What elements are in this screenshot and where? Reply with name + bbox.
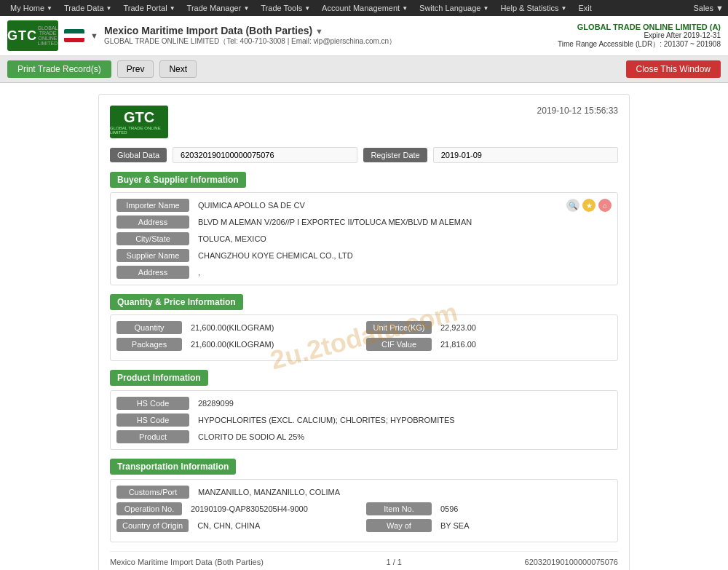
record-datetime: 2019-10-12 15:56:33 (537, 106, 618, 116)
sales-label: Sales ▼ (694, 4, 724, 12)
chevron-down-icon: ▼ (243, 5, 249, 12)
chevron-down-icon: ▼ (106, 5, 112, 12)
cif-value-label: CIF Value (366, 338, 432, 351)
address-value-2: , (194, 266, 612, 279)
quantity-price-content: Quantity 21,600.00(KILOGRAM) Unit Price(… (110, 314, 618, 361)
cif-value-right: CIF Value 21,816.00 (366, 338, 612, 351)
packages-left: Packages 21,600.00(KILOGRAM) (116, 338, 362, 351)
chevron-down-icon: ▼ (483, 5, 488, 12)
transportation-section: Transportation Information Customs/Port … (110, 459, 618, 542)
country-origin-value: CN, CHN, CHINA (193, 519, 362, 532)
print-button[interactable]: Print Trade Record(s) (7, 60, 111, 78)
quantity-label: Quantity (116, 321, 182, 334)
nav-trade-data[interactable]: Trade Data ▼ (58, 0, 118, 16)
buyer-supplier-content: Importer Name QUIMICA APOLLO SA DE CV 🔍 … (110, 192, 618, 285)
global-data-label: Global Data (110, 148, 167, 162)
city-state-value: TOLUCA, MEXICO (194, 232, 612, 245)
nav-trade-tools[interactable]: Trade Tools ▼ (255, 0, 316, 16)
operation-label: Operation No. (116, 502, 182, 515)
product-label: Product (116, 430, 189, 443)
chevron-down-icon: ▼ (561, 5, 566, 12)
supplier-name-label: Supplier Name (116, 249, 189, 262)
nav-help-statistics[interactable]: Help & Statistics ▼ (494, 0, 572, 16)
page-title: Mexico Maritime Import Data (Both Partie… (104, 25, 396, 36)
flag-dropdown[interactable]: ▼ (90, 31, 98, 40)
product-content: HS Code 28289099 HS Code HYPOCHLORITES (… (110, 390, 618, 450)
customs-port-row: Customs/Port MANZANILLO, MANZANILLO, COL… (116, 486, 612, 499)
city-state-row: City/State TOLUCA, MEXICO (116, 232, 612, 245)
title-dropdown-icon[interactable]: ▼ (315, 27, 323, 36)
unit-price-label: Unit Price(KG) (366, 321, 432, 334)
nav-exit[interactable]: Exit (572, 0, 597, 16)
card-logo-text: GTC (124, 109, 154, 126)
card-footer: Mexico Maritime Import Data (Both Partie… (110, 551, 618, 566)
star-icon[interactable]: ★ (582, 199, 596, 212)
card-logo: GTC GLOBAL TRADE ONLINE LIMITED (110, 106, 168, 138)
country-origin-row: Country of Origin CN, CHN, CHINA Way of … (116, 519, 612, 532)
item-no-right: Item No. 0596 (366, 502, 612, 515)
importer-name-value: QUIMICA APOLLO SA DE CV (194, 199, 559, 212)
top-toolbar: Print Trade Record(s) Prev Next Close Th… (0, 56, 728, 83)
main-content: 2u.2todata.com GTC GLOBAL TRADE ONLINE L… (0, 83, 728, 570)
footer-page: 1 / 1 (387, 558, 402, 566)
product-header: Product Information (110, 370, 208, 386)
nav-trade-manager[interactable]: Trade Manager ▼ (181, 0, 256, 16)
address-row-1: Address BLVD M ALEMAN V/206//P I EXPORTE… (116, 215, 612, 229)
nav-switch-language[interactable]: Switch Language ▼ (414, 0, 494, 16)
next-button[interactable]: Next (159, 60, 197, 78)
top-navbar: My Home ▼ Trade Data ▼ Trade Portal ▼ Tr… (0, 0, 728, 16)
nav-trade-portal[interactable]: Trade Portal ▼ (118, 0, 181, 16)
global-data-value: 620320190100000075076 (173, 147, 357, 163)
hs-code-value-2: HYPOCHLORITES (EXCL. CALCIUM); CHLORITES… (194, 413, 612, 427)
way-of-right: Way of BY SEA (366, 519, 612, 532)
product-row: Product CLORITO DE SODIO AL 25% (116, 430, 612, 443)
logo-area: GTC GLOBAL TRADE ONLINE LIMITED ▼ (7, 20, 98, 51)
way-of-label: Way of (366, 519, 432, 532)
close-window-button[interactable]: Close This Window (626, 60, 721, 78)
prev-button[interactable]: Prev (117, 60, 154, 78)
time-range: Time Range Accessible (LDR）: 201307 ~ 20… (558, 39, 721, 50)
importer-name-row: Importer Name QUIMICA APOLLO SA DE CV 🔍 … (116, 199, 612, 212)
unit-price-value: 22,923.00 (436, 321, 612, 334)
expire-date: Expire After 2019-12-31 (558, 31, 721, 39)
card-header: GTC GLOBAL TRADE ONLINE LIMITED 2019-10-… (110, 106, 618, 138)
city-state-label: City/State (116, 232, 189, 245)
importer-name-label: Importer Name (116, 199, 189, 212)
footer-record-id: 620320190100000075076 (525, 558, 618, 566)
operation-row: Operation No. 20190109-QAP8305205H4-9000… (116, 502, 612, 515)
register-date-value: 2019-01-09 (433, 147, 618, 163)
buyer-supplier-section: Buyer & Supplier Information Importer Na… (110, 172, 618, 285)
hs-code-row-1: HS Code 28289099 (116, 397, 612, 410)
item-no-value: 0596 (436, 502, 612, 515)
nav-my-home[interactable]: My Home ▼ (4, 0, 58, 16)
buyer-supplier-header: Buyer & Supplier Information (110, 172, 246, 188)
transportation-content: Customs/Port MANZANILLO, MANZANILLO, COL… (110, 479, 618, 542)
customs-port-value: MANZANILLO, MANZANILLO, COLIMA (194, 486, 612, 499)
account-info: GLOBAL TRADE ONLINE LIMITED (A) Expire A… (558, 23, 721, 50)
home-icon[interactable]: ⌂ (598, 199, 612, 212)
logo-subtitle: GLOBAL TRADE ONLINE LIMITED (37, 25, 58, 46)
operation-value: 20190109-QAP8305205H4-9000 (186, 502, 362, 515)
quantity-left: Quantity 21,600.00(KILOGRAM) (116, 321, 362, 334)
packages-label: Packages (116, 338, 182, 351)
company-info: GLOBAL TRADE ONLINE LIMITED（Tel: 400-710… (104, 36, 396, 47)
site-logo: GTC GLOBAL TRADE ONLINE LIMITED (7, 20, 58, 51)
packages-row: Packages 21,600.00(KILOGRAM) CIF Value 2… (116, 338, 612, 351)
hs-code-label-2: HS Code (116, 413, 189, 427)
quantity-price-section: Quantity & Price Information Quantity 21… (110, 294, 618, 361)
country-origin-left: Country of Origin CN, CHN, CHINA (116, 519, 362, 532)
supplier-name-row: Supplier Name CHANGZHOU KOYE CHEMICAL CO… (116, 249, 612, 262)
register-date-label: Register Date (363, 148, 427, 162)
hs-code-value-1: 28289099 (194, 397, 612, 410)
search-icon[interactable]: 🔍 (566, 199, 579, 212)
card-logo-sub: GLOBAL TRADE ONLINE LIMITED (110, 126, 168, 135)
customs-port-label: Customs/Port (116, 486, 189, 499)
footer-source: Mexico Maritime Import Data (Both Partie… (110, 558, 264, 566)
address-label-2: Address (116, 266, 189, 279)
nav-account-management[interactable]: Account Management ▼ (316, 0, 414, 16)
item-no-label: Item No. (366, 502, 432, 515)
quantity-price-header: Quantity & Price Information (110, 294, 243, 310)
chevron-down-icon: ▼ (47, 5, 52, 12)
product-value: CLORITO DE SODIO AL 25% (194, 430, 612, 443)
record-card: 2u.2todata.com GTC GLOBAL TRADE ONLINE L… (98, 94, 630, 570)
